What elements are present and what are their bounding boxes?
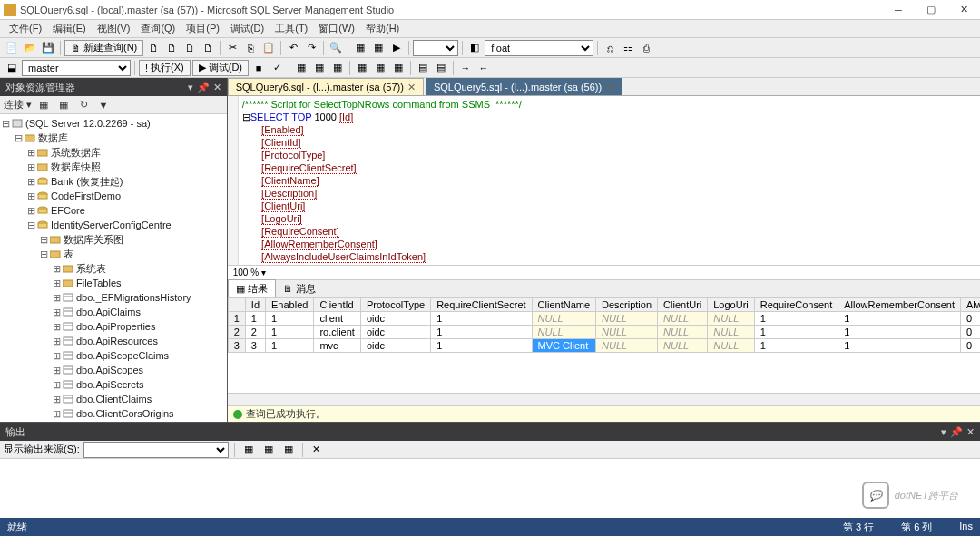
zoom-combo[interactable]: 100 % ▾: [228, 265, 980, 279]
object-tree[interactable]: ⊟(SQL Server 12.0.2269 - sa)⊟数据库⊞系统数据库⊞数…: [0, 114, 227, 422]
tab-sqlquery6[interactable]: SQLQuery6.sql - (l...).master (sa (57))✕: [228, 78, 424, 95]
copy-icon[interactable]: ⎘: [242, 40, 259, 56]
tb2-icon-7[interactable]: ▦: [390, 60, 407, 76]
tree-node[interactable]: ⊞FileTables: [0, 276, 227, 290]
menu-window[interactable]: 窗口(W): [313, 20, 360, 37]
tree-node[interactable]: ⊞dbo.ApiProperties: [0, 319, 227, 334]
out-icon-1[interactable]: ▦: [240, 442, 257, 458]
pin-icon[interactable]: ▾: [941, 426, 946, 438]
tb-icon-3[interactable]: 🗋: [181, 40, 198, 56]
connect-dropdown[interactable]: 连接 ▾: [4, 98, 32, 112]
comment-icon[interactable]: ▤: [415, 60, 431, 76]
tree-node[interactable]: ⊞dbo.ClientCorsOrigins: [0, 406, 227, 421]
pin2-icon[interactable]: 📌: [950, 426, 963, 438]
menu-query[interactable]: 查询(Q): [135, 20, 181, 37]
tree-node[interactable]: ⊟(SQL Server 12.0.2269 - sa): [0, 116, 227, 131]
oe-icon-2[interactable]: ▦: [55, 97, 72, 113]
tree-node[interactable]: ⊞EFCore: [0, 203, 227, 218]
close-button[interactable]: ✕: [951, 2, 976, 18]
tab-results[interactable]: ▦ 结果: [228, 279, 276, 298]
oe-refresh-icon[interactable]: ↻: [75, 97, 92, 113]
close-icon[interactable]: ✕: [605, 82, 613, 93]
new-project-icon[interactable]: 📄: [4, 40, 20, 56]
tree-node[interactable]: ⊟IdentityServerConfigCentre: [0, 218, 227, 232]
debug-button[interactable]: ▶ 调试(D): [192, 60, 249, 76]
menu-file[interactable]: 文件(F): [4, 20, 47, 37]
execute-button[interactable]: ! 执行(X): [139, 60, 191, 76]
new-query-button[interactable]: 🗎 新建查询(N): [64, 40, 143, 56]
close-panel-icon[interactable]: ✕: [966, 426, 975, 438]
tree-node[interactable]: ⊞dbo.ApiResources: [0, 334, 227, 348]
out-icon-3[interactable]: ▦: [280, 442, 297, 458]
undo-icon[interactable]: ↶: [285, 40, 301, 56]
tb-icon-2[interactable]: 🗋: [163, 40, 180, 56]
tb-icon-7[interactable]: ◧: [466, 40, 483, 56]
menu-help[interactable]: 帮助(H): [360, 20, 405, 37]
menu-tools[interactable]: 工具(T): [270, 20, 313, 37]
sql-editor[interactable]: /****** Script for SelectTopNRows comman…: [228, 96, 980, 265]
scrollbar-horizontal[interactable]: [228, 393, 980, 405]
tree-node[interactable]: ⊞dbo.ApiScopes: [0, 363, 227, 377]
oe-icon-1[interactable]: ▦: [35, 97, 52, 113]
close-panel-icon[interactable]: ✕: [213, 82, 221, 93]
tree-node[interactable]: ⊟数据库: [0, 131, 227, 145]
outdent-icon[interactable]: ←: [475, 60, 492, 76]
tb2-icon-1[interactable]: ⬓: [4, 60, 20, 76]
stop-icon[interactable]: ■: [250, 60, 267, 76]
svg-rect-11: [38, 223, 47, 228]
paste-icon[interactable]: 📋: [260, 40, 277, 56]
tree-node[interactable]: ⊞数据库关系图: [0, 232, 227, 247]
out-clear-icon[interactable]: ✕: [309, 442, 325, 458]
tree-node[interactable]: ⊞dbo.ClientClaims: [0, 392, 227, 406]
pin2-icon[interactable]: 📌: [197, 82, 210, 93]
type-combo[interactable]: float: [485, 40, 593, 56]
results-grid[interactable]: IdEnabledClientIdProtocolTypeRequireClie…: [228, 297, 980, 393]
tree-node[interactable]: ⊞dbo._EFMigrationsHistory: [0, 290, 227, 305]
tree-node[interactable]: ⊞dbo.ApiClaims: [0, 305, 227, 319]
tb2-icon-4[interactable]: ▦: [329, 60, 346, 76]
close-icon[interactable]: ✕: [407, 82, 416, 93]
menu-debug[interactable]: 调试(D): [225, 20, 270, 37]
tb-icon-4[interactable]: 🗋: [200, 40, 216, 56]
tree-node[interactable]: ⊟表: [0, 247, 227, 261]
tb-icon-10[interactable]: ⎙: [638, 40, 654, 56]
tb-icon-5[interactable]: ▦: [352, 40, 368, 56]
tree-node[interactable]: ⊞dbo.ApiSecrets: [0, 377, 227, 392]
tb-icon-1[interactable]: 🗋: [145, 40, 162, 56]
minimize-button[interactable]: ─: [886, 2, 911, 18]
tb-icon-6[interactable]: ▦: [370, 40, 387, 56]
parse-icon[interactable]: ✓: [269, 60, 285, 76]
out-icon-2[interactable]: ▦: [260, 442, 277, 458]
pin-icon[interactable]: ▾: [188, 82, 193, 93]
tab-sqlquery5[interactable]: SQLQuery5.sql - (l...).master (sa (56))✕: [426, 78, 622, 95]
tree-node[interactable]: ⊞数据库快照: [0, 160, 227, 174]
menu-project[interactable]: 项目(P): [181, 20, 225, 37]
tb2-icon-6[interactable]: ▦: [372, 60, 388, 76]
tb-icon-8[interactable]: ⎌: [602, 40, 618, 56]
tree-node[interactable]: ⊞dbo.ApiScopeClaims: [0, 348, 227, 363]
maximize-button[interactable]: ▢: [918, 2, 944, 18]
database-combo[interactable]: master: [22, 60, 131, 76]
oe-filter-icon[interactable]: ▼: [95, 97, 112, 113]
tree-node[interactable]: ⊞CodeFirstDemo: [0, 189, 227, 203]
tb-icon-9[interactable]: ☷: [620, 40, 636, 56]
find-icon[interactable]: 🔍: [328, 40, 344, 56]
menu-view[interactable]: 视图(V): [92, 20, 136, 37]
tb2-icon-5[interactable]: ▦: [354, 60, 370, 76]
tb-combo-1[interactable]: [413, 40, 458, 56]
cut-icon[interactable]: ✂: [224, 40, 240, 56]
indent-icon[interactable]: →: [457, 60, 474, 76]
uncomment-icon[interactable]: ▤: [433, 60, 449, 76]
menu-edit[interactable]: 编辑(E): [47, 20, 92, 37]
redo-icon[interactable]: ↷: [303, 40, 319, 56]
tab-messages[interactable]: 🗎 消息: [276, 280, 323, 297]
tree-node[interactable]: ⊞Bank (恢复挂起): [0, 174, 227, 189]
tree-node[interactable]: ⊞系统数据库: [0, 145, 227, 160]
open-icon[interactable]: 📂: [22, 40, 38, 56]
tb-play-icon[interactable]: ▶: [388, 40, 405, 56]
tb2-icon-3[interactable]: ▦: [311, 60, 328, 76]
tree-node[interactable]: ⊞系统表: [0, 261, 227, 276]
tb2-icon-2[interactable]: ▦: [293, 60, 309, 76]
output-source-combo[interactable]: [83, 442, 229, 458]
save-icon[interactable]: 💾: [40, 40, 56, 56]
